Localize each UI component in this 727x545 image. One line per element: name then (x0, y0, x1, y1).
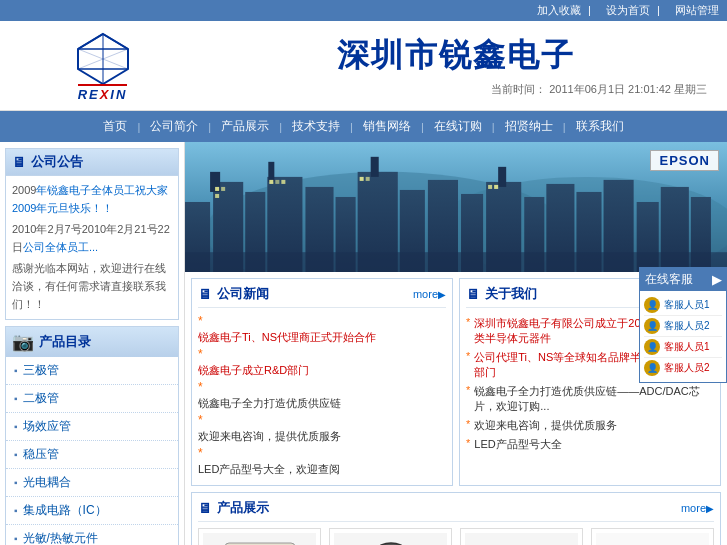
bullet-icon: ▪ (14, 533, 18, 544)
nav-sales[interactable]: 销售网络 (353, 115, 421, 138)
svg-line-3 (78, 34, 103, 49)
bullet-icon: ▪ (14, 393, 18, 404)
agent-link-1[interactable]: 客服人员1 (664, 298, 710, 312)
menu-item-zener[interactable]: ▪ 稳压管 (6, 441, 178, 469)
menu-item-photosensitive[interactable]: ▪ 光敏/热敏元件 (6, 525, 178, 545)
about-item: *LED产品型号大全 (466, 435, 714, 454)
notice-item: 2009年锐鑫电子全体员工祝大家2009年元旦快乐！！ (12, 182, 172, 217)
agent-avatar-2: 👤 (644, 318, 660, 334)
menu-item-transistor[interactable]: ▪ 三极管 (6, 357, 178, 385)
sidebar: 🖥 公司公告 2009年锐鑫电子全体员工祝大家2009年元旦快乐！！ 2010年… (0, 142, 185, 545)
svg-rect-36 (215, 187, 219, 191)
agent-link-2[interactable]: 客服人员2 (664, 319, 710, 333)
menu-item-optocoupler[interactable]: ▪ 光电耦合 (6, 469, 178, 497)
nav-order[interactable]: 在线订购 (424, 115, 492, 138)
products-section-title: 🖥 产品展示 (198, 499, 269, 517)
online-agent-1: 👤 客服人员1 (644, 295, 722, 316)
svg-rect-44 (488, 185, 492, 189)
expand-icon[interactable]: ▶ (712, 273, 721, 287)
set-homepage-link[interactable]: 设为首页 (606, 4, 650, 16)
products-more-link[interactable]: more ▶ (681, 502, 714, 514)
svg-rect-19 (268, 162, 274, 182)
navigation: 首页 | 公司简介 | 产品展示 | 技术支持 | 销售网络 | 在线订购 | … (0, 111, 727, 142)
bullet-icon: ▪ (14, 421, 18, 432)
notice-section: 🖥 公司公告 2009年锐鑫电子全体员工祝大家2009年元旦快乐！！ 2010年… (5, 148, 179, 320)
site-title: 深圳市锐鑫电子 (337, 34, 575, 78)
notice-icon: 🖥 (12, 154, 26, 170)
logo: REXIN (73, 29, 133, 102)
products-title: 产品目录 (39, 333, 91, 351)
news-title-row: 🖥 公司新闻 more ▶ (198, 285, 446, 308)
product-micrel[interactable]: MICREL MICREL SOT23 (329, 528, 452, 545)
about-item: *欢迎来电咨询，提供优质服务 (466, 416, 714, 435)
news-item: *锐鑫电子成立R&D部门 (198, 347, 446, 380)
svg-line-4 (103, 34, 128, 49)
bullet-icon: ▪ (14, 365, 18, 376)
product-svg-micrel: MICREL (351, 538, 431, 545)
news-item: *LED产品型号大全，欢迎查阅 (198, 446, 446, 479)
agent-avatar-4: 👤 (644, 360, 660, 376)
news-item: *锐鑫电子全力打造优质供应链 (198, 380, 446, 413)
agent-link-3[interactable]: 客服人员1 (664, 340, 710, 354)
online-title: 在线客服 (645, 271, 693, 288)
online-agent-2: 👤 客服人员2 (644, 316, 722, 337)
nav-about[interactable]: 公司简介 (140, 115, 208, 138)
agent-link-4[interactable]: 客服人员2 (664, 361, 710, 375)
online-agent-3: 👤 客服人员1 (644, 337, 722, 358)
online-panel-header: 在线客服 ▶ (640, 268, 726, 291)
product-nsc[interactable]: NSC SOT23 NSC SOT23 (460, 528, 583, 545)
menu-item-fet[interactable]: ▪ 场效应管 (6, 413, 178, 441)
notice-title: 公司公告 (31, 153, 83, 171)
add-bookmark-link[interactable]: 加入收藏 (537, 4, 581, 16)
nav-contact[interactable]: 联系我们 (566, 115, 634, 138)
nav-recruit[interactable]: 招贤纳士 (495, 115, 563, 138)
product-may[interactable]: MAY SOT23 MAY SOT23 (198, 528, 321, 545)
about-item: *锐鑫电子全力打造优质供应链——ADC/DAC芯片，欢迎订购... (466, 382, 714, 416)
svg-rect-38 (215, 194, 219, 198)
main-layout: 🖥 公司公告 2009年锐鑫电子全体员工祝大家2009年元旦快乐！！ 2010年… (0, 142, 727, 545)
logo-area: REXIN (10, 29, 195, 102)
product-img-st (596, 533, 709, 545)
menu-item-ic[interactable]: ▪ 集成电路（IC） (6, 497, 178, 525)
header-time: 当前时间： 2011年06月1日 21:01:42 星期三 (491, 82, 717, 97)
header-center: 深圳市锐鑫电子 当前时间： 2011年06月1日 21:01:42 星期三 (195, 34, 717, 97)
product-img-micrel: MICREL (334, 533, 447, 545)
news-item: *欢迎来电咨询，提供优质服务 (198, 413, 446, 446)
bullet-icon: ▪ (14, 449, 18, 460)
product-menu: ▪ 三极管 ▪ 二极管 ▪ 场效应管 ▪ 稳压管 ▪ 光电耦合 ▪ 集成电路（I… (5, 357, 179, 545)
notice-item: 2010年2月7号2010年2月21号22日公司全体员工... (12, 221, 172, 256)
monitor-icon: 🖥 (198, 286, 212, 302)
site-admin-link[interactable]: 网站管理 (675, 4, 719, 16)
nav-products[interactable]: 产品展示 (211, 115, 279, 138)
product-st[interactable]: ST SOT23 (591, 528, 714, 545)
banner: EPSON (185, 142, 727, 272)
news-item: *锐鑫电子Ti、NS代理商正式开始合作 (198, 314, 446, 347)
news-title: 🖥 公司新闻 (198, 285, 269, 303)
online-agent-4: 👤 客服人员2 (644, 358, 722, 378)
svg-rect-39 (269, 180, 273, 184)
top-bar: 加入收藏 | 设为首页 | 网站管理 (0, 0, 727, 21)
news-list: *锐鑫电子Ti、NS代理商正式开始合作 *锐鑫电子成立R&D部门 *锐鑫电子全力… (198, 314, 446, 479)
content-area: EPSON 在线客服 ▶ 👤 客服人员1 👤 客服人员2 👤 客服人员1 (185, 142, 727, 545)
news-section: 🖥 公司新闻 more ▶ *锐鑫电子Ti、NS代理商正式开始合作 *锐鑫电子成… (191, 278, 453, 486)
agent-avatar-3: 👤 (644, 339, 660, 355)
svg-rect-23 (371, 157, 379, 177)
monitor-icon-about: 🖥 (466, 286, 480, 302)
header: REXIN 深圳市锐鑫电子 当前时间： 2011年06月1日 21:01:42 … (0, 21, 727, 111)
news-more-link[interactable]: more ▶ (413, 288, 446, 300)
online-agents-list: 👤 客服人员1 👤 客服人员2 👤 客服人员1 👤 客服人员2 (640, 291, 726, 382)
products-section: 🖥 产品展示 more ▶ MAY SOT23 (191, 492, 721, 545)
nav-home[interactable]: 首页 (93, 115, 137, 138)
more-arrow-icon: ▶ (438, 289, 446, 300)
monitor-icon-products: 🖥 (198, 500, 212, 516)
notice-content: 2009年锐鑫电子全体员工祝大家2009年元旦快乐！！ 2010年2月7号201… (6, 176, 178, 319)
product-img-may: MAY SOT23 (203, 533, 316, 545)
svg-rect-37 (221, 187, 225, 191)
nav-tech[interactable]: 技术支持 (282, 115, 350, 138)
product-category-header: 📷 产品目录 (5, 326, 179, 357)
banner-svg (185, 142, 727, 272)
menu-item-diode[interactable]: ▪ 二极管 (6, 385, 178, 413)
product-svg-nsc: NSC SOT23 (482, 538, 562, 545)
banner-epson-logo: EPSON (650, 150, 719, 171)
products-title-row: 🖥 产品展示 more ▶ (198, 499, 714, 522)
